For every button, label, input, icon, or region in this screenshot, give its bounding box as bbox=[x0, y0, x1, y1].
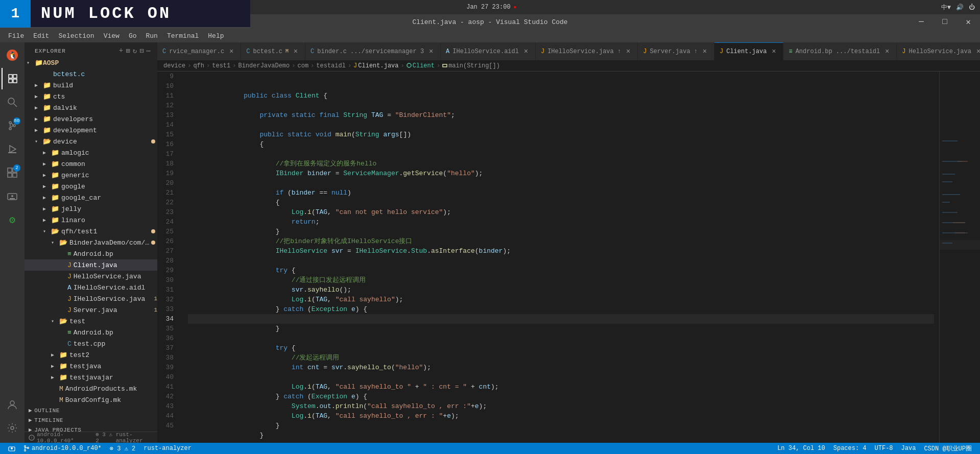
tree-item-device[interactable]: ▾ 📂 device bbox=[25, 136, 157, 147]
minimap[interactable] bbox=[939, 71, 980, 443]
minimize-button[interactable]: ─ bbox=[910, 14, 933, 30]
tree-item-test-android-bp[interactable]: ≡ Android.bp bbox=[25, 327, 157, 338]
tree-item-client-java[interactable]: J Client.java bbox=[25, 259, 157, 271]
tree-item-testjavajar[interactable]: ▶ 📁 testjavajar bbox=[25, 372, 157, 383]
tree-item-jelly[interactable]: ▶ 📁 jelly bbox=[25, 203, 157, 214]
tree-item-boardconfig[interactable]: M BoardConfig.mk bbox=[25, 394, 157, 405]
status-rust[interactable]: rust-analyzer bbox=[139, 443, 196, 454]
tree-item-android-bp[interactable]: ≡ Android.bp bbox=[25, 248, 157, 259]
tab-close-button[interactable]: × bbox=[974, 47, 980, 56]
tree-item-server-java[interactable]: J Server.java 1 bbox=[25, 304, 157, 316]
status-language[interactable]: Java bbox=[897, 443, 920, 454]
tab-close-button[interactable]: × bbox=[624, 47, 632, 56]
menu-file[interactable]: File bbox=[4, 31, 28, 41]
menu-edit[interactable]: Edit bbox=[29, 31, 53, 41]
tab-close-button[interactable]: × bbox=[883, 47, 891, 56]
tree-item-ihelloservice-java[interactable]: J IHelloService.java 1 bbox=[25, 293, 157, 304]
status-social[interactable]: CSDN @职业UP圈 bbox=[920, 443, 976, 454]
tree-item-google-car[interactable]: ▶ 📁 google_car bbox=[25, 192, 157, 203]
menu-terminal[interactable]: Terminal bbox=[163, 31, 203, 41]
close-button[interactable]: ✕ bbox=[957, 14, 980, 30]
tree-item-hello-service[interactable]: J HelloService.java bbox=[25, 271, 157, 282]
maximize-button[interactable]: □ bbox=[933, 14, 957, 30]
breadcrumb-class[interactable]: Client bbox=[407, 62, 435, 69]
code-content[interactable]: public class Client { private static fin… bbox=[183, 71, 939, 443]
tree-root-aosp[interactable]: ▾ 📁 AOSP bbox=[25, 57, 157, 68]
status-git-branch[interactable]: android-10.0.0_r40* bbox=[19, 443, 106, 454]
tree-item-generic[interactable]: ▶ 📁 generic bbox=[25, 170, 157, 181]
activity-run[interactable] bbox=[2, 138, 23, 160]
tab-helloservice-java[interactable]: J HelloService.java × bbox=[897, 42, 980, 60]
tree-item-bctest[interactable]: bctest.c bbox=[25, 68, 157, 80]
tab-close-button[interactable]: × bbox=[227, 47, 235, 56]
status-errors[interactable]: ⊗ 3 ⚠ 2 bbox=[106, 443, 139, 454]
activity-explorer[interactable] bbox=[2, 68, 23, 89]
status-encoding[interactable]: UTF-8 bbox=[871, 443, 897, 454]
activity-search[interactable] bbox=[2, 91, 23, 113]
activity-remote[interactable] bbox=[2, 185, 23, 207]
tab-rvice-manager[interactable]: C rvice_manager.c × bbox=[157, 42, 241, 60]
tree-item-google[interactable]: ▶ 📁 google bbox=[25, 181, 157, 192]
tree-item-dalvik[interactable]: ▶ 📁 dalvik bbox=[25, 102, 157, 113]
breadcrumb-testaidl[interactable]: testaidl bbox=[316, 62, 346, 69]
activity-account[interactable] bbox=[2, 394, 23, 415]
breadcrumb-test1[interactable]: test1 bbox=[212, 62, 230, 69]
input-method[interactable]: 中▼ bbox=[941, 3, 951, 12]
tree-item-test[interactable]: ▾ 📂 test bbox=[25, 316, 157, 327]
status-remote[interactable] bbox=[4, 443, 19, 454]
tab-ihelloservice-java[interactable]: J IHelloService.java ↑ × bbox=[536, 42, 638, 60]
tree-item-test2[interactable]: ▶ 📁 test2 bbox=[25, 349, 157, 361]
tab-server-java[interactable]: J Server.java ↑ × bbox=[638, 42, 714, 60]
refresh-icon[interactable]: ↻ bbox=[133, 46, 137, 55]
section-outline[interactable]: ▶ OUTLINE bbox=[25, 405, 157, 415]
tab-close-button[interactable]: × bbox=[292, 47, 300, 56]
tab-binder-c[interactable]: C binder.c .../servicemanager 3 × bbox=[305, 42, 441, 60]
menu-go[interactable]: Go bbox=[125, 31, 141, 41]
tree-item-androidproducts[interactable]: M AndroidProducts.mk bbox=[25, 383, 157, 394]
power-icon[interactable]: ⏻ bbox=[969, 4, 975, 11]
tree-item-developers[interactable]: ▶ 📁 developers bbox=[25, 113, 157, 125]
breadcrumb-file[interactable]: JClient.java bbox=[353, 62, 398, 69]
volume-icon[interactable]: 🔊 bbox=[956, 4, 964, 11]
tab-android-bp[interactable]: ≡ Android.bp .../testaidl × bbox=[783, 42, 897, 60]
menu-selection[interactable]: Selection bbox=[54, 31, 98, 41]
tree-item-qfh-test1[interactable]: ▾ 📂 qfh/test1 bbox=[25, 226, 157, 237]
collapse-icon[interactable]: ⊟ bbox=[139, 46, 144, 55]
breadcrumb-method[interactable]: main(String[]) bbox=[442, 62, 500, 69]
menu-run[interactable]: Run bbox=[141, 31, 161, 41]
tree-item-cts[interactable]: ▶ 📁 cts bbox=[25, 91, 157, 102]
tab-close-button[interactable]: × bbox=[427, 47, 435, 56]
tree-item-amlogic[interactable]: ▶ 📁 amlogic bbox=[25, 147, 157, 158]
activity-source-control[interactable]: 80 bbox=[2, 115, 23, 136]
activity-linux[interactable]: 🐧 bbox=[2, 44, 23, 66]
tab-close-button[interactable]: × bbox=[701, 47, 709, 56]
tree-item-test-cpp[interactable]: C test.cpp bbox=[25, 338, 157, 349]
activity-settings[interactable] bbox=[2, 417, 23, 439]
tab-bctest[interactable]: C bctest.c M × bbox=[241, 42, 305, 60]
section-timeline[interactable]: ▶ TIMELINE bbox=[25, 415, 157, 425]
tab-close-button[interactable]: × bbox=[770, 47, 778, 56]
new-folder-icon[interactable]: ⊞ bbox=[126, 46, 130, 55]
ellipsis-icon[interactable]: ⋯ bbox=[147, 46, 151, 55]
tree-item-testjava[interactable]: ▶ 📁 testjava bbox=[25, 361, 157, 372]
tab-client-java[interactable]: J Client.java × bbox=[714, 42, 783, 60]
menu-help[interactable]: Help bbox=[204, 31, 228, 41]
activity-extensions[interactable]: 2 bbox=[2, 162, 23, 183]
tree-item-ihelloservice-aidl[interactable]: A IHelloService.aidl bbox=[25, 282, 157, 293]
section-java-projects[interactable]: ▶ JAVA PROJECTS bbox=[25, 425, 157, 432]
status-spaces[interactable]: Spaces: 4 bbox=[829, 443, 871, 454]
status-position[interactable]: Ln 34, Col 10 bbox=[773, 443, 829, 454]
menu-view[interactable]: View bbox=[100, 31, 124, 41]
tree-item-build[interactable]: ▶ 📁 build bbox=[25, 80, 157, 91]
tree-item-common[interactable]: ▶ 📁 common bbox=[25, 158, 157, 170]
tab-ihelloservice-aidl[interactable]: A IHelloService.aidl × bbox=[441, 42, 536, 60]
tree-item-linaro[interactable]: ▶ 📁 linaro bbox=[25, 214, 157, 226]
breadcrumb-binder[interactable]: BinderJavaDemo bbox=[238, 62, 290, 69]
tab-close-button[interactable]: × bbox=[522, 47, 530, 56]
activity-android[interactable]: ⚙ bbox=[2, 209, 23, 230]
new-file-icon[interactable]: + bbox=[119, 46, 124, 55]
tree-item-development[interactable]: ▶ 📁 development bbox=[25, 125, 157, 136]
window-controls[interactable]: ─ □ ✕ bbox=[910, 14, 980, 30]
breadcrumb-com[interactable]: com bbox=[297, 62, 308, 69]
tree-item-binderjava[interactable]: ▾ 📂 BinderJavaDemo/com/testaidl bbox=[25, 237, 157, 248]
